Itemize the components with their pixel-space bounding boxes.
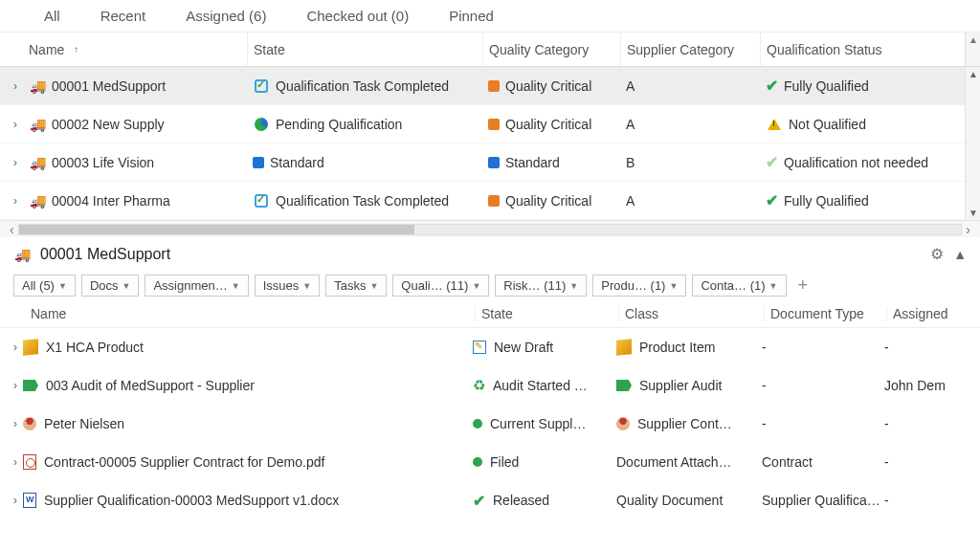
expand-icon[interactable]: › — [8, 341, 23, 354]
scrollbar-track[interactable] — [18, 224, 963, 235]
detail-row[interactable]: › Peter Nielsen Current Suppl… Supplier … — [0, 405, 980, 443]
expand-icon[interactable]: › — [8, 194, 23, 208]
detail-title: 00001 MedSupport — [40, 246, 170, 263]
collapse-icon[interactable]: ▲ — [953, 247, 967, 262]
status-icon: ✔ — [766, 153, 778, 171]
scroll-right-icon[interactable]: › — [962, 222, 974, 237]
scroll-left-icon[interactable]: ‹ — [6, 222, 18, 237]
col-class[interactable]: Class — [618, 306, 764, 321]
item-state: Current Suppl… — [490, 416, 586, 431]
col-name[interactable]: Name ↑ — [23, 33, 247, 66]
word-icon — [23, 493, 36, 508]
add-tab-button[interactable]: + — [792, 275, 814, 296]
vertical-scrollbar[interactable]: ▲ — [965, 33, 980, 66]
col-supplier-category[interactable]: Supplier Category — [620, 33, 760, 66]
expand-icon[interactable]: › — [8, 379, 23, 392]
sort-asc-icon: ↑ — [74, 44, 78, 55]
item-doctype: Contract — [762, 454, 813, 470]
chevron-down-icon: ▼ — [569, 281, 578, 291]
supplier-category: A — [626, 193, 635, 209]
detail-row[interactable]: › Supplier Qualification-00003 MedSuppor… — [0, 481, 980, 519]
quality-category: Standard — [505, 155, 560, 170]
product-icon — [616, 339, 632, 356]
subtab-issues[interactable]: Issues▼ — [255, 275, 321, 297]
supplier-category: B — [626, 155, 635, 170]
item-doctype: - — [762, 340, 767, 355]
col-name[interactable]: Name — [25, 306, 475, 321]
expand-icon[interactable]: › — [8, 494, 23, 507]
item-class: Product Item — [639, 340, 715, 355]
quality-color-icon — [488, 195, 500, 207]
item-state: Filed — [490, 454, 519, 470]
supplier-state: Qualification Task Completed — [276, 78, 449, 94]
expand-icon[interactable]: › — [8, 417, 23, 430]
status-icon: ✔ — [766, 191, 778, 209]
quality-category: Quality Critical — [505, 78, 591, 94]
scrollbar-thumb[interactable] — [19, 225, 415, 234]
tab-all[interactable]: All — [44, 8, 60, 24]
col-name-label: Name — [29, 42, 64, 57]
expand-icon[interactable]: › — [8, 455, 23, 469]
expand-icon[interactable]: › — [8, 118, 23, 131]
subtab-tasks[interactable]: Tasks▼ — [325, 275, 387, 297]
subtab-all[interactable]: All (5)▼ — [13, 275, 76, 297]
subtab-qualifications[interactable]: Quali… (11)▼ — [392, 275, 489, 297]
tab-recent[interactable]: Recent — [100, 8, 146, 24]
subtab-products[interactable]: Produ… (1)▼ — [592, 275, 686, 297]
quality-category: Quality Critical — [505, 117, 591, 132]
item-assigned: - — [884, 416, 889, 431]
supplier-row[interactable]: › 🚚00001 MedSupport Qualification Task C… — [0, 67, 980, 105]
item-name: 003 Audit of MedSupport - Supplier — [46, 378, 255, 393]
tab-checked-out[interactable]: Checked out (0) — [306, 8, 409, 24]
col-qualification-status[interactable]: Qualification Status — [760, 33, 942, 66]
col-assigned[interactable]: Assigned — [886, 306, 963, 321]
item-assigned: John Dem — [884, 378, 946, 393]
col-quality-category[interactable]: Quality Category — [482, 33, 620, 66]
detail-row[interactable]: › 003 Audit of MedSupport - Supplier ♻Au… — [0, 366, 980, 405]
detail-sub-tabs: All (5)▼ Docs▼ Assignmen…▼ Issues▼ Tasks… — [0, 271, 980, 300]
supplier-row[interactable]: › 🚚00004 Inter Pharma Qualification Task… — [0, 182, 980, 220]
item-name: Supplier Qualification-00003 MedSupport … — [44, 493, 339, 508]
supplier-category: A — [626, 117, 635, 132]
top-tab-strip: All Recent Assigned (6) Checked out (0) … — [0, 0, 980, 33]
subtab-risk[interactable]: Risk… (11)▼ — [495, 275, 587, 297]
supplier-row[interactable]: › 🚚00002 New Supply Pending Qualificatio… — [0, 105, 980, 143]
supplier-category: A — [626, 78, 635, 94]
expand-icon[interactable]: › — [8, 156, 23, 169]
expand-icon[interactable]: › — [8, 79, 23, 93]
item-class: Document Attach… — [616, 454, 732, 470]
detail-row[interactable]: › X1 HCA Product New Draft Product Item … — [0, 328, 980, 366]
pdf-icon — [23, 454, 36, 470]
item-state: Audit Started … — [493, 378, 588, 393]
subtab-assignments[interactable]: Assignmen…▼ — [145, 275, 248, 297]
subtab-docs[interactable]: Docs▼ — [81, 275, 140, 297]
item-doctype: - — [762, 416, 767, 431]
person-icon — [23, 417, 36, 430]
supplier-name: 00001 MedSupport — [52, 78, 166, 94]
item-name: Contract-00005 Supplier Contract for Dem… — [44, 454, 324, 470]
scroll-up-icon: ▲ — [969, 69, 978, 79]
col-state[interactable]: State — [475, 306, 618, 321]
item-name: Peter Nielsen — [44, 416, 124, 431]
quality-category: Quality Critical — [505, 193, 591, 209]
quality-color-icon — [488, 119, 500, 130]
tab-assigned[interactable]: Assigned (6) — [186, 8, 266, 24]
supplier-grid-header: Name ↑ State Quality Category Supplier C… — [0, 33, 980, 67]
item-state: Released — [493, 493, 549, 508]
chevron-down-icon: ▼ — [369, 281, 378, 291]
vertical-scrollbar[interactable]: ▲ ▼ — [965, 67, 980, 220]
tab-pinned[interactable]: Pinned — [449, 8, 494, 24]
gear-icon[interactable]: ⚙ — [930, 245, 944, 263]
supplier-row[interactable]: › 🚚00003 Life Vision Standard Standard B… — [0, 143, 980, 182]
state-icon — [253, 157, 264, 168]
col-document-type[interactable]: Document Type — [764, 306, 886, 321]
detail-row[interactable]: › Contract-00005 Supplier Contract for D… — [0, 443, 980, 481]
horizontal-scrollbar[interactable]: ‹ › — [0, 220, 980, 237]
subtab-contacts[interactable]: Conta… (1)▼ — [692, 275, 786, 297]
supplier-icon: 🚚 — [29, 116, 46, 133]
item-class: Supplier Cont… — [637, 416, 732, 431]
col-state[interactable]: State — [247, 33, 482, 66]
item-class: Quality Document — [616, 493, 723, 508]
item-assigned: - — [884, 493, 889, 508]
item-class: Supplier Audit — [639, 378, 722, 393]
